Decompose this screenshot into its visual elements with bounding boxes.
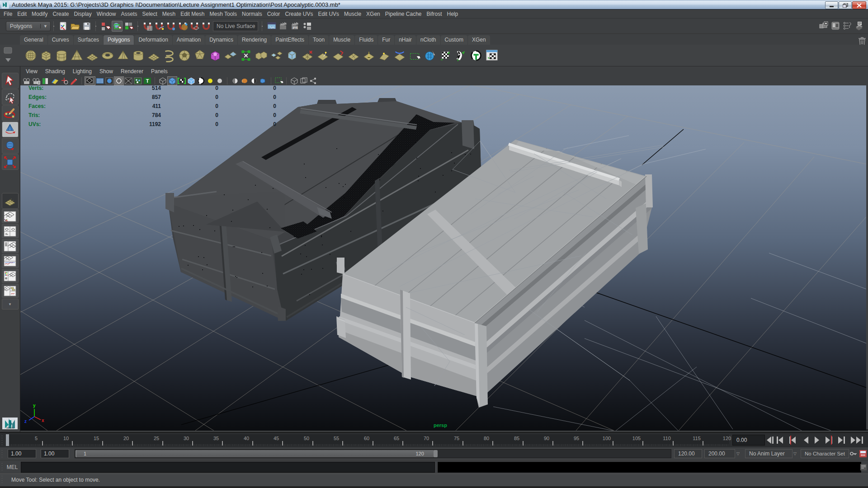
- svg-text:MAYA: MAYA: [6, 427, 14, 429]
- svg-text:x: x: [42, 418, 44, 423]
- svg-text:T: T: [146, 78, 149, 84]
- svg-text:persp: persp: [434, 422, 447, 428]
- svg-text:z: z: [24, 419, 27, 424]
- svg-text:IPR: IPR: [292, 26, 298, 29]
- svg-text:y: y: [33, 403, 36, 408]
